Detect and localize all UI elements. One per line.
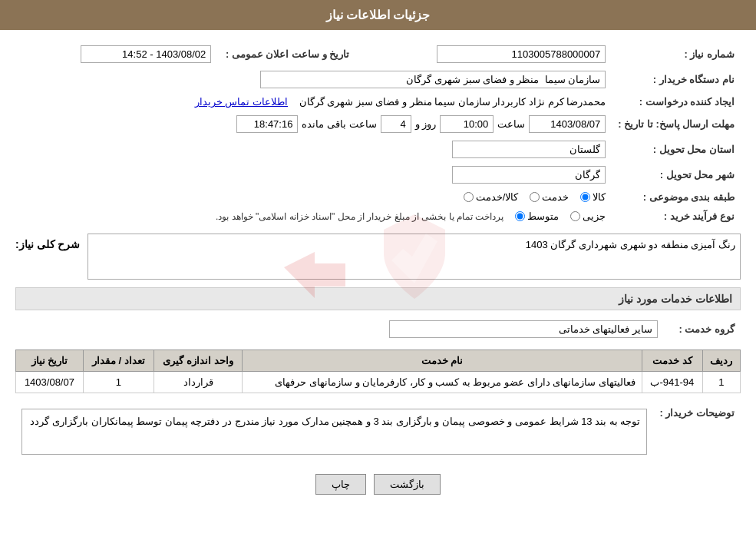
services-header: اطلاعات خدمات مورد نیاز xyxy=(15,287,741,310)
cell-row: 1 xyxy=(702,372,740,393)
buyer-org-value xyxy=(15,67,612,92)
category-kala-label: کالا xyxy=(593,191,606,203)
print-button[interactable]: چاپ xyxy=(315,474,366,495)
service-group-table: گروه خدمت : xyxy=(15,316,741,342)
service-group-value xyxy=(15,316,664,342)
need-number-input[interactable] xyxy=(437,45,606,63)
deadline-days-input[interactable] xyxy=(381,115,411,133)
general-desc-box: رنگ آمیزی منطقه دو شهری شهرداری گرگان 14… xyxy=(87,234,741,280)
category-radio-kala-khedmat[interactable]: کالا/خدمت xyxy=(464,191,519,203)
need-number-value xyxy=(355,41,612,67)
creator-text: محمدرضا کرم نژاد کاربردار سازمان سیما من… xyxy=(299,96,606,108)
deadline-value: ساعت روز و ساعت باقی مانده xyxy=(15,111,612,137)
process-label: نوع فرآیند خرید : xyxy=(612,207,741,226)
deadline-label: مهلت ارسال پاسخ: تا تاریخ : xyxy=(612,111,741,137)
cell-unit: قرارداد xyxy=(154,372,243,393)
process-radio-jozi[interactable]: جزیی xyxy=(570,210,606,222)
page-header: جزئیات اطلاعات نیاز xyxy=(0,0,756,30)
notes-label: توضیحات خریدار : xyxy=(653,401,741,459)
city-label: شهر محل تحویل : xyxy=(612,162,741,187)
col-row: ردیف xyxy=(702,350,740,372)
deadline-remaining-label: ساعت باقی مانده xyxy=(302,118,376,130)
category-radios: کالا خدمت کالا/خدمت xyxy=(15,187,612,207)
cell-code: 941-94-ب xyxy=(642,372,702,393)
province-value xyxy=(15,137,612,162)
page-title: جزئیات اطلاعات نیاز xyxy=(326,8,431,22)
back-button[interactable]: بازگشت xyxy=(374,474,441,495)
general-desc-container: رنگ آمیزی منطقه دو شهری شهرداری گرگان 14… xyxy=(87,234,741,280)
buyer-org-input[interactable] xyxy=(260,71,606,88)
service-group-input[interactable] xyxy=(389,320,658,338)
cell-date: 1403/08/07 xyxy=(16,372,84,393)
need-number-label: شماره نیاز : xyxy=(612,41,741,67)
col-name: نام خدمت xyxy=(243,350,642,372)
category-radio-khedmat-input[interactable] xyxy=(530,192,540,202)
col-date: تاریخ نیاز xyxy=(16,350,84,372)
general-desc-text: رنگ آمیزی منطقه دو شهری شهرداری گرگان 14… xyxy=(526,239,735,250)
category-radio-kala-khedmat-input[interactable] xyxy=(464,192,474,202)
category-radio-kala-input[interactable] xyxy=(580,192,590,202)
cell-name: فعالیتهای سازمانهای دارای عضو مربوط به ک… xyxy=(243,372,642,393)
province-input[interactable] xyxy=(452,141,606,158)
category-khedmat-label: خدمت xyxy=(542,191,569,203)
deadline-date-input[interactable] xyxy=(529,115,606,133)
deadline-time-input[interactable] xyxy=(440,115,494,133)
deadline-remaining-input[interactable] xyxy=(236,115,298,133)
table-row: 1 941-94-ب فعالیتهای سازمانهای دارای عضو… xyxy=(16,372,741,393)
general-desc-section: رنگ آمیزی منطقه دو شهری شهرداری گرگان 14… xyxy=(15,234,741,280)
process-motavaset-label: متوسط xyxy=(527,210,559,222)
cell-qty: 1 xyxy=(83,372,154,393)
col-unit: واحد اندازه گیری xyxy=(154,350,243,372)
col-qty: تعداد / مقدار xyxy=(83,350,154,372)
deadline-time-label: ساعت xyxy=(497,118,525,130)
general-desc-label: شرح کلی نیاز: xyxy=(15,234,80,250)
process-jozi-label: جزیی xyxy=(583,210,606,222)
announce-date-input[interactable] xyxy=(81,45,211,63)
info-table: شماره نیاز : تاریخ و ساعت اعلان عمومی : … xyxy=(15,41,741,226)
process-note: پرداخت تمام یا بخشی از مبلغ خریدار از مح… xyxy=(216,211,503,222)
category-label: طبقه بندی موضوعی : xyxy=(612,187,741,207)
services-grid: ردیف کد خدمت نام خدمت واحد اندازه گیری ت… xyxy=(15,350,741,393)
city-input[interactable] xyxy=(452,166,606,184)
notes-value: توجه به بند 13 شرایط عمومی و خصوصی پیمان… xyxy=(15,401,653,459)
announce-date-value xyxy=(15,41,217,67)
category-kala-khedmat-label: کالا/خدمت xyxy=(476,191,519,203)
creator-label: ایجاد کننده درخواست : xyxy=(612,92,741,111)
creator-link[interactable]: اطلاعات تماس خریدار xyxy=(195,96,288,108)
creator-value: محمدرضا کرم نژاد کاربردار سازمان سیما من… xyxy=(15,92,612,111)
province-label: استان محل تحویل : xyxy=(612,137,741,162)
buyer-org-label: نام دستگاه خریدار : xyxy=(612,67,741,92)
service-group-label: گروه خدمت : xyxy=(664,316,741,342)
deadline-days-label: روز و xyxy=(415,118,437,130)
city-value xyxy=(15,162,612,187)
process-radio-jozi-input[interactable] xyxy=(570,211,580,221)
button-row: بازگشت چاپ xyxy=(15,474,741,495)
process-radio-motavaset-input[interactable] xyxy=(515,211,525,221)
announce-date-label: تاریخ و ساعت اعلان عمومی : xyxy=(217,41,355,67)
notes-table: توضیحات خریدار : توجه به بند 13 شرایط عم… xyxy=(15,401,741,459)
category-radio-khedmat[interactable]: خدمت xyxy=(530,191,569,203)
col-code: کد خدمت xyxy=(642,350,702,372)
notes-content: توجه به بند 13 شرایط عمومی و خصوصی پیمان… xyxy=(21,409,647,455)
category-radio-kala[interactable]: کالا xyxy=(580,191,606,203)
process-value: جزیی متوسط پرداخت تمام یا بخشی از مبلغ خ… xyxy=(15,207,612,226)
process-radio-motavaset[interactable]: متوسط xyxy=(515,210,559,222)
